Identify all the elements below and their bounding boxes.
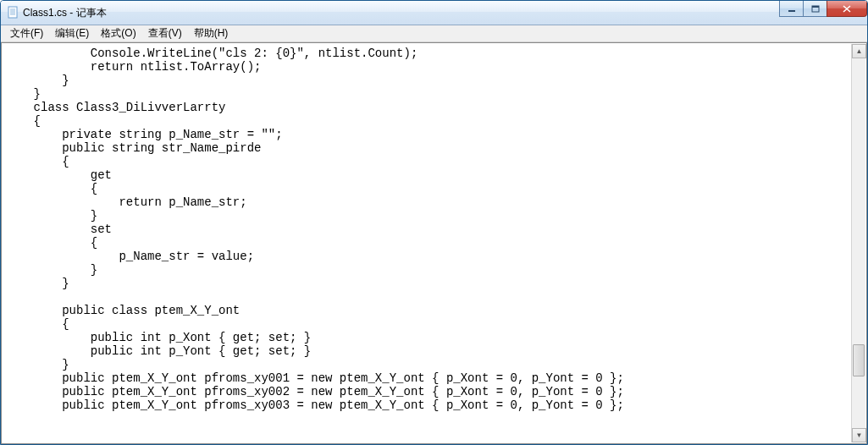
close-button[interactable] xyxy=(827,1,867,17)
menu-edit[interactable]: 编辑(E) xyxy=(49,25,95,41)
scroll-thumb[interactable] xyxy=(853,344,865,376)
menu-view[interactable]: 查看(V) xyxy=(142,25,188,41)
window-title: Class1.cs - 记事本 xyxy=(23,6,107,20)
menu-format[interactable]: 格式(O) xyxy=(95,25,141,41)
menu-file[interactable]: 文件(F) xyxy=(4,25,49,41)
notepad-icon xyxy=(6,6,19,19)
menu-help[interactable]: 帮助(H) xyxy=(188,25,235,41)
maximize-button[interactable] xyxy=(803,1,827,17)
text-editor[interactable]: Console.WriteLine("cls 2: {0}", ntlist.C… xyxy=(3,45,849,442)
window-controls xyxy=(780,1,867,17)
titlebar[interactable]: Class1.cs - 记事本 xyxy=(1,1,867,25)
minimize-button[interactable] xyxy=(779,1,804,17)
scroll-up-button[interactable]: ▲ xyxy=(852,44,866,58)
scroll-down-button[interactable]: ▼ xyxy=(852,428,866,442)
client-area: Console.WriteLine("cls 2: {0}", ntlist.C… xyxy=(1,42,867,444)
svg-rect-7 xyxy=(812,6,819,8)
menubar: 文件(F) 编辑(E) 格式(O) 查看(V) 帮助(H) xyxy=(1,25,867,42)
vertical-scrollbar[interactable]: ▲ ▼ xyxy=(851,44,865,442)
svg-rect-5 xyxy=(788,10,795,12)
